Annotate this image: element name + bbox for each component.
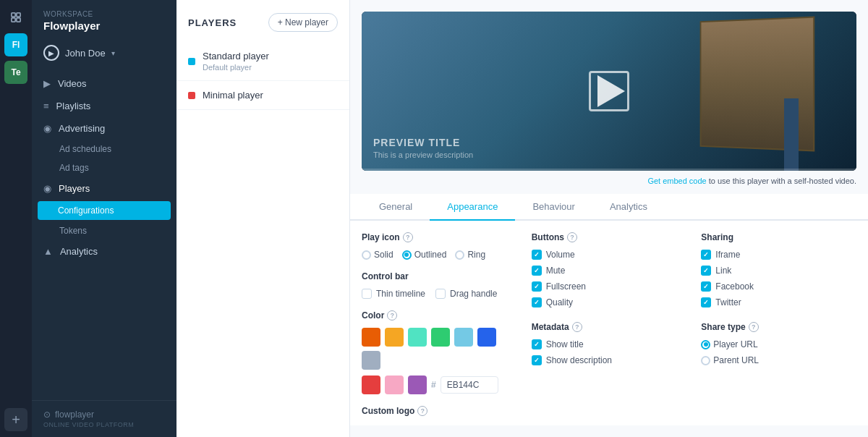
tab-analytics[interactable]: Analytics xyxy=(592,194,665,221)
players-panel-header: PLAYERS + New player xyxy=(176,0,349,42)
sidebar-item-label: Videos xyxy=(58,78,87,89)
player-item-minimal[interactable]: Minimal player xyxy=(176,81,349,110)
color-swatch-yellow[interactable] xyxy=(385,328,404,347)
hash-symbol: # xyxy=(431,380,436,390)
tab-behaviour[interactable]: Behaviour xyxy=(515,194,592,221)
settings-col-2: Buttons ? ✓ Volume ✓ Mute ✓ xyxy=(532,232,687,423)
checkbox-iframe[interactable]: ✓ Iframe xyxy=(701,250,856,260)
color-swatch-orange[interactable] xyxy=(362,328,380,347)
grid-icon[interactable] xyxy=(4,6,27,29)
play-icon-section: Play icon ? Solid Outlined xyxy=(362,232,517,260)
sharing-options: ✓ Iframe ✓ Link ✓ Facebook ✓ xyxy=(701,250,856,307)
sidebar-item-configurations[interactable]: Configurations xyxy=(38,201,171,220)
radio-circle-parent-url xyxy=(701,356,710,365)
new-player-button[interactable]: + New player xyxy=(268,13,338,32)
checkbox-fullscreen[interactable]: ✓ Fullscreen xyxy=(532,281,687,292)
footer-brand: flowplayer xyxy=(55,410,94,420)
svg-rect-3 xyxy=(17,18,20,22)
metadata-help[interactable]: ? xyxy=(572,322,582,332)
footer-logo: ⊙ flowplayer xyxy=(43,410,165,420)
control-bar-section: Control bar Thin timeline Drag handle xyxy=(362,271,517,299)
videos-icon: ▶ xyxy=(43,78,51,89)
workspace-fl[interactable]: Fl xyxy=(4,33,27,56)
color-swatch-purple[interactable] xyxy=(408,376,427,394)
color-section: Color ? xyxy=(362,310,517,394)
share-type-help[interactable]: ? xyxy=(749,322,759,332)
checkbox-thin-timeline[interactable]: Thin timeline xyxy=(362,289,425,299)
checkbox-box-drag xyxy=(435,289,446,299)
flowplayer-logo-icon: ⊙ xyxy=(43,410,51,420)
workspace-te[interactable]: Te xyxy=(4,61,27,84)
checkbox-mute[interactable]: ✓ Mute xyxy=(532,266,687,276)
checkbox-box-iframe: ✓ xyxy=(701,250,711,260)
checkbox-drag-handle[interactable]: Drag handle xyxy=(435,289,497,299)
preview-structure xyxy=(784,98,799,171)
checkbox-box-mute: ✓ xyxy=(532,266,542,276)
sharing-section: Sharing ✓ Iframe ✓ Link ✓ Fac xyxy=(701,232,856,307)
buttons-help[interactable]: ? xyxy=(567,232,577,242)
color-swatch-teal[interactable] xyxy=(408,328,427,347)
settings-col-3: Sharing ✓ Iframe ✓ Link ✓ Fac xyxy=(701,232,856,423)
sidebar-item-tokens[interactable]: Tokens xyxy=(32,221,176,240)
checkbox-facebook[interactable]: ✓ Facebook xyxy=(701,281,856,292)
color-swatches-row2: # xyxy=(362,376,517,394)
checkbox-box-link: ✓ xyxy=(701,266,711,276)
preview-progress-bar xyxy=(362,169,856,171)
share-type-section: Share type ? Player URL Parent URL xyxy=(701,322,856,365)
radio-ring[interactable]: Ring xyxy=(455,250,485,260)
play-icon-help[interactable]: ? xyxy=(403,232,413,242)
play-icon-title: Play icon ? xyxy=(362,232,517,242)
control-bar-options: Thin timeline Drag handle xyxy=(362,289,517,299)
settings-grid: Play icon ? Solid Outlined xyxy=(362,232,856,423)
color-swatch-pink[interactable] xyxy=(385,376,404,394)
sidebar-item-label: Playlists xyxy=(56,101,91,111)
sidebar-item-videos[interactable]: ▶ Videos xyxy=(32,72,176,95)
checkbox-link[interactable]: ✓ Link xyxy=(701,266,856,276)
sidebar-item-label: Advertising xyxy=(59,123,105,134)
players-panel: PLAYERS + New player Standard player Def… xyxy=(176,0,350,437)
buttons-section: Buttons ? ✓ Volume ✓ Mute ✓ xyxy=(532,232,687,307)
tab-appearance[interactable]: Appearance xyxy=(430,194,515,221)
sidebar-item-players[interactable]: ◉ Players xyxy=(32,177,176,200)
embed-note-text: to use this player with a self-hosted vi… xyxy=(707,177,856,185)
icon-rail: Fl Te + xyxy=(0,0,32,437)
radio-player-url[interactable]: Player URL xyxy=(701,339,856,349)
color-swatch-light-blue[interactable] xyxy=(454,328,473,347)
checkbox-twitter[interactable]: ✓ Twitter xyxy=(701,297,856,307)
preview-description: This is a preview description xyxy=(373,150,473,159)
embed-code-link[interactable]: Get embed code xyxy=(647,177,706,185)
sidebar-item-ad-schedules[interactable]: Ad schedules xyxy=(32,140,176,158)
sidebar: WORKSPACE Flowplayer ▶ John Doe ▾ ▶ Vide… xyxy=(32,0,176,437)
player-item-standard[interactable]: Standard player Default player xyxy=(176,42,349,81)
add-workspace-button[interactable]: + xyxy=(4,408,27,431)
radio-circle-player-url xyxy=(701,340,710,349)
user-menu[interactable]: ▶ John Doe ▾ xyxy=(32,39,176,67)
color-help[interactable]: ? xyxy=(387,310,397,321)
sidebar-footer: ⊙ flowplayer ONLINE VIDEO PLATFORM xyxy=(32,400,176,437)
preview-title: PREVIEW TITLE xyxy=(373,137,473,148)
checkbox-show-title[interactable]: ✓ Show title xyxy=(532,339,687,349)
radio-parent-url[interactable]: Parent URL xyxy=(701,355,856,365)
settings-area: Play icon ? Solid Outlined xyxy=(350,221,868,425)
checkbox-volume[interactable]: ✓ Volume xyxy=(532,250,687,260)
checkbox-show-description[interactable]: ✓ Show description xyxy=(532,355,687,365)
tab-general[interactable]: General xyxy=(362,194,430,221)
preview-play-button[interactable] xyxy=(587,69,631,113)
color-swatch-green[interactable] xyxy=(431,328,450,347)
sidebar-item-analytics[interactable]: ▲ Analytics xyxy=(32,240,176,263)
sidebar-item-ad-tags[interactable]: Ad tags xyxy=(32,158,176,177)
custom-logo-help[interactable]: ? xyxy=(417,406,427,416)
sidebar-item-playlists[interactable]: ≡ Playlists xyxy=(32,95,176,117)
chevron-down-icon: ▾ xyxy=(111,49,115,57)
color-swatch-gray[interactable] xyxy=(362,351,380,370)
custom-logo-section: Custom logo ? xyxy=(362,406,517,416)
checkbox-quality[interactable]: ✓ Quality xyxy=(532,297,687,307)
player-name: Standard player xyxy=(203,51,269,61)
radio-solid[interactable]: Solid xyxy=(362,250,393,260)
color-swatch-red[interactable] xyxy=(362,376,380,394)
color-hex-input[interactable] xyxy=(441,376,498,394)
radio-outlined[interactable]: Outlined xyxy=(402,250,447,260)
sidebar-item-advertising[interactable]: ◉ Advertising xyxy=(32,117,176,140)
workspace-label: WORKSPACE xyxy=(43,10,165,18)
color-swatch-blue[interactable] xyxy=(477,328,496,347)
